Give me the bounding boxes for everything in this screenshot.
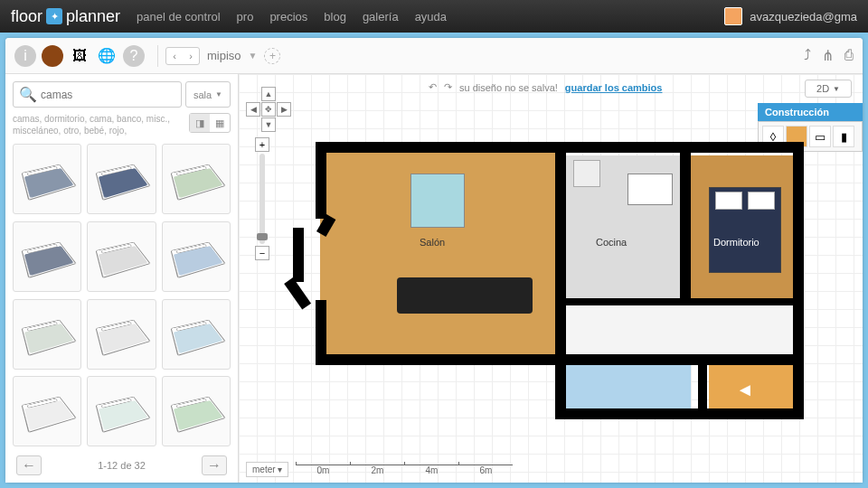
print-icon[interactable]: ⎙: [844, 47, 854, 64]
chevron-down-icon[interactable]: ▼: [249, 51, 258, 61]
share-icon[interactable]: ⋔: [822, 47, 834, 64]
furniture-item[interactable]: [13, 299, 81, 370]
page-prev[interactable]: ←: [16, 455, 42, 475]
furniture-item[interactable]: [13, 376, 81, 446]
pan-right[interactable]: ▶: [277, 102, 291, 117]
furniture-item[interactable]: [162, 376, 231, 446]
label-dormitorio: Dormitorio: [713, 237, 760, 248]
sink[interactable]: [573, 160, 600, 187]
room-filter-label: sala: [193, 89, 212, 100]
table-salon[interactable]: [410, 174, 465, 228]
scale-2: 2m: [350, 465, 404, 475]
nav-pro[interactable]: pro: [237, 10, 254, 23]
nav-blog[interactable]: blog: [324, 10, 346, 23]
scale-row: meter ▾ 0m 2m 4m 6m: [246, 462, 513, 477]
status-row: ↶ ↷ su diseño no se salva! guardar los c…: [429, 81, 662, 93]
export-icon[interactable]: ⤴: [804, 47, 811, 64]
pager: ← 1-12 de 32 →: [13, 455, 231, 475]
logo-icon: ✦: [46, 8, 62, 24]
view-toggle: ◨ ▦: [189, 113, 231, 133]
pan-down[interactable]: ▼: [261, 117, 276, 132]
avatar[interactable]: [724, 7, 742, 25]
tool-window[interactable]: ▭: [809, 126, 831, 147]
scale-6: 6m: [458, 465, 513, 475]
search-box[interactable]: 🔍: [13, 81, 182, 108]
toolbar: i 🖼 🌐 ? ‹ › mipiso ▼ + ⤴ ⋔ ⎙: [5, 38, 863, 74]
search-icon: 🔍: [19, 86, 37, 103]
view-mode-label: 2D: [816, 83, 829, 94]
room-filter[interactable]: sala ▼: [185, 81, 231, 108]
furniture-item[interactable]: [13, 144, 81, 214]
tool-door[interactable]: ▮: [833, 126, 854, 147]
photo-icon[interactable]: 🖼: [69, 45, 90, 67]
furniture-item[interactable]: [13, 221, 81, 292]
globe-icon[interactable]: 🌐: [96, 45, 118, 67]
view-mode-select[interactable]: 2D ▼: [805, 80, 852, 98]
furniture-item[interactable]: [87, 144, 156, 214]
nav-prev[interactable]: ‹: [166, 48, 183, 64]
nav-panel-control[interactable]: panel de control: [137, 10, 221, 23]
search-tags: camas, dormitorio, cama, banco, misc., m…: [13, 113, 184, 136]
bed-dormitorio[interactable]: [709, 187, 781, 273]
scale-0: 0m: [296, 465, 350, 475]
username[interactable]: avazquezieda@gma: [750, 10, 857, 23]
nav-precios[interactable]: precios: [269, 10, 307, 23]
sidebar: 🔍 sala ▼ camas, dormitorio, cama, banco,…: [5, 74, 239, 483]
pan-center[interactable]: ✥: [261, 102, 276, 117]
cursor-icon: ◄: [736, 380, 754, 400]
furniture-grid: [13, 144, 231, 448]
chevron-down-icon: ▼: [833, 85, 840, 93]
zoom-in[interactable]: +: [255, 137, 269, 152]
furniture-item[interactable]: [87, 299, 156, 370]
logo-text-2: planner: [66, 7, 120, 26]
furniture-item[interactable]: [162, 144, 231, 214]
furniture-icon[interactable]: [42, 45, 63, 67]
zoom-handle[interactable]: [257, 233, 268, 240]
logo-text-1: floor: [11, 7, 42, 26]
view-3d-button[interactable]: ◨: [190, 114, 210, 132]
canvas[interactable]: ▲ ◀✥▶ ▼ + − ↶ ↷ su diseño no se salva! g…: [239, 74, 863, 483]
help-icon[interactable]: ?: [123, 45, 145, 67]
project-name[interactable]: mipiso: [207, 49, 241, 62]
nav-galeria[interactable]: galería: [363, 10, 399, 23]
zoom-out[interactable]: −: [255, 246, 269, 260]
nav-arrows: ‹ ›: [165, 47, 200, 65]
status-text: su diseño no se salva!: [459, 82, 558, 93]
search-input[interactable]: [41, 89, 175, 101]
redo-icon[interactable]: ↷: [444, 81, 452, 93]
furniture-item[interactable]: [162, 299, 231, 370]
view-grid-button[interactable]: ▦: [210, 114, 230, 132]
zoom-control: + −: [255, 137, 269, 260]
scale-bar: 0m 2m 4m 6m: [296, 465, 513, 475]
zoom-track[interactable]: [259, 154, 265, 244]
logo[interactable]: floor ✦ planner: [11, 7, 120, 26]
save-link[interactable]: guardar los cambios: [565, 82, 663, 93]
label-cocina: Cocina: [596, 237, 627, 248]
undo-icon[interactable]: ↶: [429, 81, 437, 93]
nav-next[interactable]: ›: [183, 48, 199, 64]
label-salon: Salón: [420, 237, 445, 248]
page-next[interactable]: →: [202, 455, 227, 475]
sofa-salon[interactable]: [397, 277, 533, 314]
furniture-item[interactable]: [87, 376, 156, 446]
info-icon[interactable]: i: [14, 45, 36, 67]
add-button[interactable]: +: [264, 48, 280, 64]
pan-up[interactable]: ▲: [261, 87, 276, 101]
unit-label: meter: [252, 465, 276, 474]
page-text: 1-12 de 32: [98, 460, 146, 471]
pan-control: ▲ ◀✥▶ ▼: [246, 87, 291, 132]
scale-4: 4m: [404, 465, 458, 475]
construction-header: Construcción: [758, 103, 863, 121]
pan-left[interactable]: ◀: [246, 102, 260, 117]
stove[interactable]: [627, 174, 673, 205]
topbar: floor ✦ planner panel de control pro pre…: [0, 0, 868, 33]
floorplan[interactable]: Salón Cocina Dormitorio ◄: [293, 137, 799, 418]
furniture-item[interactable]: [162, 221, 231, 292]
furniture-item[interactable]: [87, 221, 156, 292]
nav-ayuda[interactable]: ayuda: [415, 10, 447, 23]
unit-select[interactable]: meter ▾: [246, 462, 288, 477]
chevron-down-icon: ▼: [215, 90, 222, 99]
